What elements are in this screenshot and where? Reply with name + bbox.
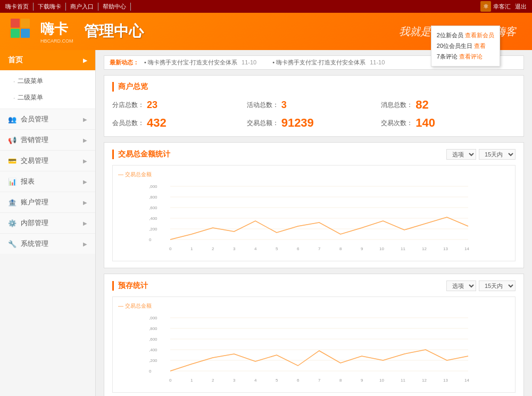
svg-text:2: 2 [212,378,214,383]
svg-text:10: 10 [379,246,384,251]
username: 幸客汇 [493,3,511,11]
svg-text:5: 5 [276,378,278,383]
svg-text:6: 6 [297,378,300,383]
chart1-period[interactable]: 15天内 [479,149,516,160]
sidebar-item-marketing[interactable]: 📢 营销管理 ▶ [0,129,95,150]
svg-text:,200: ,200 [149,358,157,363]
notification-comments: 7条评论 查看评论 [437,52,494,62]
notification-comments-link[interactable]: 查看评论 [459,53,483,60]
stat-amount: 交易总额： 91239 [247,116,381,130]
sidebar-item-member[interactable]: 👥 会员管理 ▶ [0,109,95,129]
stat-members: 会员总数： 432 [112,116,247,130]
top-nav-links: 嗨卡首页 下载嗨卡 商户入口 帮助中心 [5,3,131,11]
summary-box: 商户总览 分店总数： 23 活动总数： 3 消息总数： 82 会员总数： 432 [104,75,524,137]
system-icon: 🔧 [8,240,16,248]
svg-text:13: 13 [443,246,448,251]
notification-popup: 2位新会员 查看新会员 20位会员生日 查看 7条评论 查看评论 [431,26,500,67]
news-ticker: • 嗨卡携手支付宝·打造支付安全体系 11-10 • 嗨卡携手支付宝·打造支付安… [144,59,385,67]
svg-text:1: 1 [190,246,193,251]
svg-text:0: 0 [149,237,152,242]
svg-text:,600: ,600 [149,205,157,210]
svg-text:11: 11 [401,246,405,251]
svg-text:3: 3 [233,246,236,251]
stat-messages-value: 82 [415,98,428,112]
chart2-area: 交易总金额 0 ,200 ,400 ,600 ,800 ,000 [112,296,516,393]
sidebar-item-transaction-arrow: ▶ [83,158,87,164]
logo-sq-1 [11,19,20,28]
sidebar-item-account-inner: 🏦 账户管理 [8,197,48,207]
nav-download[interactable]: 下载嗨卡 [34,3,66,11]
svg-text:7: 7 [318,246,321,251]
top-nav-user: 幸 幸客汇 退出 [480,1,527,12]
svg-text:0: 0 [169,378,172,383]
chart1-filter[interactable]: 选项 [446,149,476,160]
svg-text:9: 9 [361,246,363,251]
sidebar: 首页 ▶ 二级菜单 二级菜单 👥 会员管理 ▶ 📢 营销管理 ▶ 💳 交易管理 [0,50,96,396]
stats-grid: 分店总数： 23 活动总数： 3 消息总数： 82 会员总数： 432 交易总额… [112,98,516,130]
sidebar-home-arrow: ▶ [83,57,87,63]
chart2-header: 预存统计 选项 15天内 [112,280,516,291]
logo-icon [11,19,36,44]
notification-new-members-link[interactable]: 查看新会员 [465,32,494,38]
sidebar-sub-item-1[interactable]: 二级菜单 [0,73,95,89]
notification-birthday-link[interactable]: 查看 [474,43,486,49]
notification-birthdays: 20位会员生日 查看 [437,41,494,52]
sidebar-item-system[interactable]: 🔧 系统管理 ▶ [0,233,95,254]
account-icon: 🏦 [8,199,16,207]
svg-text:6: 6 [297,246,300,251]
sidebar-item-member-arrow: ▶ [83,117,87,122]
summary-title: 商户总览 [112,82,516,92]
sidebar-sub-item-2[interactable]: 二级菜单 [0,89,95,106]
main-content: 最新动态： • 嗨卡携手支付宝·打造支付安全体系 11-10 • 嗨卡携手支付宝… [96,50,532,396]
svg-text:,000: ,000 [149,184,157,189]
chart2-section: 预存统计 选项 15天内 交易总金额 [104,274,524,396]
user-info: 幸 幸客汇 [480,1,511,12]
svg-text:12: 12 [422,246,427,251]
logo-text-group: 嗨卡 HBCARD.COM [40,20,73,44]
nav-help[interactable]: 帮助中心 [98,3,131,11]
sidebar-home-item[interactable]: 首页 ▶ [0,50,95,70]
news-item-2: • 嗨卡携手支付宝·打造支付安全体系 11-10 [272,59,385,67]
logo-name: 嗨卡 [40,20,73,38]
svg-text:,400: ,400 [149,348,157,352]
notification-new-members: 2位新会员 查看新会员 [437,30,494,41]
user-avatar: 幸 [480,1,491,12]
marketing-icon: 📢 [8,136,16,144]
logo: 嗨卡 HBCARD.COM [11,19,73,44]
svg-text:12: 12 [422,378,427,383]
logo-sq-3 [11,29,20,38]
logout-link[interactable]: 退出 [515,3,527,11]
member-icon: 👥 [8,116,16,123]
sidebar-item-marketing-label: 营销管理 [21,135,48,145]
sidebar-item-system-inner: 🔧 系统管理 [8,239,48,249]
sidebar-item-account[interactable]: 🏦 账户管理 ▶ [0,192,95,212]
chart2-period[interactable]: 15天内 [479,280,516,291]
chart2-controls: 选项 15天内 [446,280,516,291]
transaction-icon: 💳 [8,157,16,165]
svg-text:14: 14 [464,378,469,383]
svg-text:0: 0 [149,369,152,374]
svg-text:,600: ,600 [149,337,157,342]
svg-text:0: 0 [169,246,172,251]
chart1-controls: 选项 15天内 [446,149,516,160]
svg-text:4: 4 [254,246,257,251]
sidebar-item-reports[interactable]: 📊 报表 ▶ [0,171,95,192]
stat-activities: 活动总数： 3 [247,98,381,112]
sidebar-item-internal-inner: ⚙️ 内部管理 [8,218,48,228]
nav-merchant[interactable]: 商户入口 [66,3,98,11]
stat-count: 交易次数： 140 [381,116,516,130]
content-wrapper: 首页 ▶ 二级菜单 二级菜单 👥 会员管理 ▶ 📢 营销管理 ▶ 💳 交易管理 [0,50,532,396]
chart2-filter[interactable]: 选项 [446,280,476,291]
svg-text:14: 14 [464,246,469,251]
svg-text:10: 10 [379,378,384,383]
sidebar-item-transaction-inner: 💳 交易管理 [8,156,48,166]
sidebar-item-internal[interactable]: ⚙️ 内部管理 ▶ [0,212,95,233]
top-nav: 嗨卡首页 下载嗨卡 商户入口 帮助中心 幸 幸客汇 退出 [0,0,532,13]
sidebar-item-internal-label: 内部管理 [21,218,48,228]
svg-text:8: 8 [339,246,342,251]
svg-text:2: 2 [212,246,214,251]
sidebar-item-reports-label: 报表 [21,177,35,186]
sidebar-item-transaction[interactable]: 💳 交易管理 ▶ [0,150,95,171]
svg-text:,800: ,800 [149,326,157,331]
nav-home[interactable]: 嗨卡首页 [5,3,34,11]
